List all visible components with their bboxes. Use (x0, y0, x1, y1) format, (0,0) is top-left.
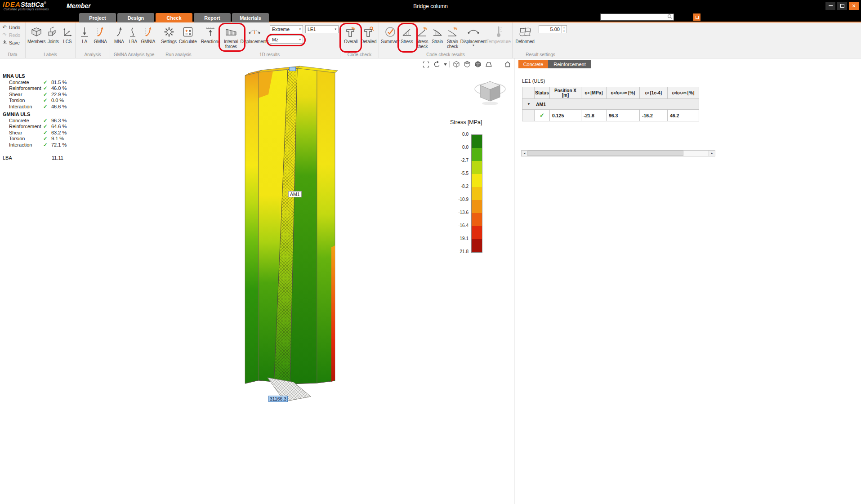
orbit-button[interactable] (433, 60, 441, 68)
settings-button[interactable]: Settings (160, 24, 178, 44)
spinner-down-button[interactable]: ▼ (562, 29, 567, 33)
legend-tick-label: -2.7 (461, 158, 468, 163)
scrollbar-right-arrow[interactable]: ▸ (709, 150, 715, 156)
view-axonometry-button[interactable] (452, 60, 460, 68)
overall-button[interactable]: % Overall (342, 24, 360, 44)
lcs-button[interactable]: LCS (61, 24, 74, 44)
svg-text:%: % (424, 26, 427, 31)
table-group-row[interactable]: ▼ AM1 (522, 99, 699, 110)
check-icon: ✓ (43, 142, 51, 148)
mna-icon (114, 24, 125, 39)
section-title: MNA ULS (3, 73, 97, 79)
tab-check[interactable]: Check (156, 13, 192, 22)
component-dropdown[interactable]: Mz ▾ (270, 36, 303, 44)
expander-icon[interactable]: ▼ (522, 102, 535, 106)
table-row[interactable]: ✓ 0.125 -21.8 96.3 -16.2 46.2 (522, 110, 699, 121)
internal-forces-icon (225, 24, 237, 39)
tab-materials[interactable]: Materials (232, 13, 269, 22)
close-button[interactable]: ✕ (849, 2, 859, 10)
header-position: Position X [m] (550, 87, 581, 99)
deformed-scale-spinner[interactable]: 5.00 ▲ ▼ (539, 25, 567, 33)
loadcase-dropdown[interactable]: LE1 ▾ (305, 25, 339, 33)
ribbon-group-result-settings: Deformed 5.00 ▲ ▼ Result settings (513, 22, 568, 58)
orbit-options-caret[interactable] (443, 60, 447, 68)
result-row: Shear✓63.2 % (3, 129, 97, 135)
ribbon-group-gmna-type: MNA LBA GMNIA GMNA Analysis type (110, 22, 158, 58)
displacements-button[interactable]: Displacements (242, 24, 267, 44)
reactions-button[interactable]: Reactions (201, 24, 220, 44)
maximize-button[interactable] (837, 2, 847, 10)
minimize-button[interactable] (825, 2, 835, 10)
extreme-dropdown[interactable]: Extreme ▾ (270, 25, 303, 33)
redo-button[interactable]: ↷ Redo (2, 31, 25, 38)
view-solid-button[interactable] (473, 60, 482, 68)
lba-button[interactable]: LBA (127, 24, 139, 44)
scale-value[interactable]: 5.00 (539, 26, 561, 33)
check-icon: ✓ (43, 79, 51, 85)
chevron-down-icon: ▾ (299, 27, 301, 31)
cell-eps-ratio: 46.2 (668, 110, 699, 121)
save-button[interactable]: Save (2, 39, 25, 46)
gmnia-button[interactable]: GMNIA (140, 24, 156, 44)
spinner-up-button[interactable]: ▲ (562, 26, 567, 29)
main-tabbar: Project Design Check Report Materials (0, 12, 861, 22)
tab-design[interactable]: Design (117, 13, 154, 22)
group-label-codecheck: Code-check (340, 52, 379, 57)
cell-sigma: -21.8 (581, 110, 607, 121)
tabbar-action-button[interactable] (693, 13, 700, 21)
tab-project[interactable]: Project (79, 13, 116, 22)
view-front-button[interactable] (463, 60, 471, 68)
displacement-button[interactable]: Displacement ▼ (460, 24, 486, 47)
scrollbar-thumb[interactable] (528, 151, 683, 156)
view-perspective-button[interactable] (484, 60, 493, 68)
scrollbar-track[interactable] (528, 150, 709, 156)
column-stress-render[interactable] (223, 63, 362, 414)
summary-button[interactable]: Summary (381, 24, 399, 44)
strain-check-button[interactable]: % Strain check (445, 24, 460, 49)
joints-button[interactable]: Joints (46, 24, 60, 44)
check-icon: ✓ (43, 103, 51, 110)
member-label[interactable]: AM1 (288, 191, 302, 197)
zoom-fit-button[interactable] (422, 60, 430, 68)
gmna-button[interactable]: GMNA (92, 24, 108, 44)
ribbon-group-codecheck: % Overall Detailed Code-check (340, 22, 379, 58)
legend-tick-label: -10.9 (458, 197, 468, 202)
table-horizontal-scrollbar[interactable]: ◂ ▸ (521, 150, 715, 156)
members-button[interactable]: Members (27, 24, 45, 44)
diagram-extreme-value-label[interactable]: 31166.3 (268, 396, 288, 402)
tab-concrete[interactable]: Concrete (518, 60, 548, 68)
strain-button[interactable]: Strain (430, 24, 445, 44)
la-button[interactable]: LA (77, 24, 92, 44)
undo-button[interactable]: ↶ Undo (2, 24, 25, 31)
3d-viewport[interactable]: MNA ULS Concrete✓81.5 % Reinforcement✓46… (0, 58, 514, 504)
result-row: Reinforcement✓46.0 % (3, 85, 97, 91)
calculate-button[interactable]: Calculate (178, 24, 197, 44)
tab-report[interactable]: Report (194, 13, 231, 22)
logo-tagline: Calculate yesterday's estimates (4, 8, 49, 11)
status-check-icon: ✓ (535, 110, 550, 121)
search-input[interactable] (600, 13, 674, 21)
header-sigma: σc[MPa] (581, 87, 607, 99)
group-label-labels: Labels (26, 52, 75, 57)
lba-row: LBA11.11 (3, 155, 97, 161)
navigation-cube[interactable] (473, 76, 507, 110)
cell-sigma-ratio: 96.3 (607, 110, 640, 121)
temperature-button[interactable]: Temperature (486, 24, 511, 44)
legend-tick-label: -16.4 (458, 223, 468, 228)
1d-results-dropdowns: Extreme ▾ LE1 ▾ Mz ▾ (270, 25, 339, 44)
legend-color-band (472, 161, 482, 174)
scrollbar-left-arrow[interactable]: ◂ (521, 150, 528, 156)
stress-button[interactable]: Stress (399, 24, 414, 44)
deformed-button[interactable]: Deformed (514, 24, 535, 44)
ribbon-group-codecheck-results: Summary Stress % Stress check (379, 22, 513, 58)
detailed-button[interactable]: Detailed (360, 24, 378, 44)
mna-button[interactable]: MNA (112, 24, 126, 44)
stress-check-button[interactable]: % Stress check (414, 24, 430, 49)
minimize-icon (829, 5, 833, 6)
legend-tick-label: 0.0 (462, 132, 468, 137)
legend-color-band (472, 226, 482, 239)
check-icon: ✓ (43, 91, 51, 98)
internal-forces-button[interactable]: Internal forces (221, 24, 241, 49)
tab-reinforcement[interactable]: Reinforcement (548, 60, 591, 68)
home-view-button[interactable] (503, 60, 512, 68)
